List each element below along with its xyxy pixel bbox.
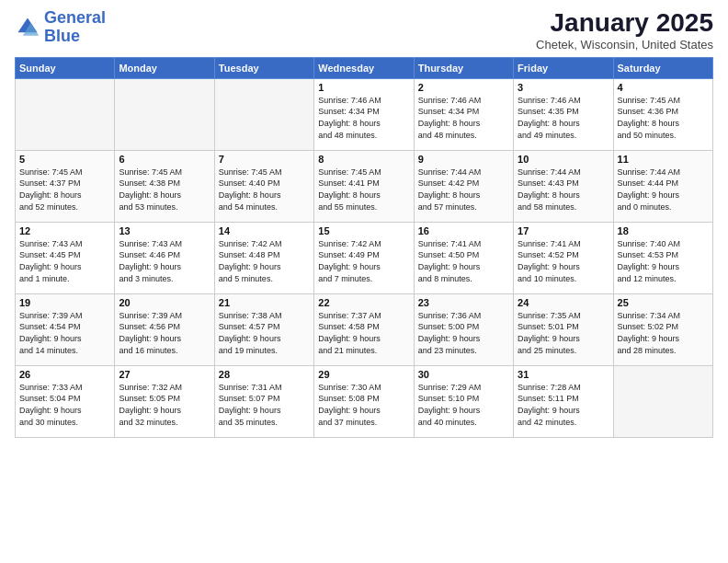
day-info: Sunrise: 7:39 AM Sunset: 4:56 PM Dayligh… <box>119 310 210 356</box>
day-info: Sunrise: 7:31 AM Sunset: 5:07 PM Dayligh… <box>219 382 310 428</box>
weekday-saturday: Saturday <box>613 57 712 78</box>
day-info: Sunrise: 7:44 AM Sunset: 4:43 PM Dayligh… <box>518 167 609 213</box>
day-cell: 13Sunrise: 7:43 AM Sunset: 4:46 PM Dayli… <box>115 222 214 293</box>
day-cell: 5Sunrise: 7:45 AM Sunset: 4:37 PM Daylig… <box>16 150 115 222</box>
day-number: 5 <box>19 154 110 165</box>
day-info: Sunrise: 7:38 AM Sunset: 4:57 PM Dayligh… <box>219 310 310 356</box>
day-cell: 7Sunrise: 7:45 AM Sunset: 4:40 PM Daylig… <box>214 150 313 222</box>
day-cell: 10Sunrise: 7:44 AM Sunset: 4:43 PM Dayli… <box>514 150 613 222</box>
day-info: Sunrise: 7:44 AM Sunset: 4:44 PM Dayligh… <box>618 167 709 213</box>
day-info: Sunrise: 7:33 AM Sunset: 5:04 PM Dayligh… <box>19 382 110 428</box>
day-number: 3 <box>518 82 609 93</box>
day-info: Sunrise: 7:32 AM Sunset: 5:05 PM Dayligh… <box>119 382 210 428</box>
day-cell: 2Sunrise: 7:46 AM Sunset: 4:34 PM Daylig… <box>414 78 513 150</box>
day-info: Sunrise: 7:36 AM Sunset: 5:00 PM Dayligh… <box>418 310 509 356</box>
day-number: 13 <box>119 225 210 236</box>
week-row-5: 26Sunrise: 7:33 AM Sunset: 5:04 PM Dayli… <box>16 365 713 437</box>
day-number: 4 <box>618 82 709 93</box>
weekday-wednesday: Wednesday <box>314 57 414 78</box>
weekday-friday: Friday <box>514 57 613 78</box>
day-cell: 9Sunrise: 7:44 AM Sunset: 4:42 PM Daylig… <box>414 150 513 222</box>
day-info: Sunrise: 7:45 AM Sunset: 4:37 PM Dayligh… <box>19 167 110 213</box>
day-cell: 30Sunrise: 7:29 AM Sunset: 5:10 PM Dayli… <box>414 365 513 437</box>
day-cell <box>16 78 115 150</box>
weekday-tuesday: Tuesday <box>214 57 313 78</box>
day-info: Sunrise: 7:45 AM Sunset: 4:36 PM Dayligh… <box>618 95 709 141</box>
day-info: Sunrise: 7:44 AM Sunset: 4:42 PM Dayligh… <box>418 167 509 213</box>
day-cell: 20Sunrise: 7:39 AM Sunset: 4:56 PM Dayli… <box>115 293 214 365</box>
week-row-3: 12Sunrise: 7:43 AM Sunset: 4:45 PM Dayli… <box>16 222 713 293</box>
day-info: Sunrise: 7:45 AM Sunset: 4:38 PM Dayligh… <box>119 167 210 213</box>
day-number: 17 <box>518 225 609 236</box>
logo-line1: General <box>44 8 106 27</box>
day-number: 29 <box>318 369 409 380</box>
day-number: 18 <box>618 225 709 236</box>
day-cell: 1Sunrise: 7:46 AM Sunset: 4:34 PM Daylig… <box>314 78 414 150</box>
week-row-1: 1Sunrise: 7:46 AM Sunset: 4:34 PM Daylig… <box>16 78 713 150</box>
day-cell <box>214 78 313 150</box>
day-info: Sunrise: 7:42 AM Sunset: 4:48 PM Dayligh… <box>219 238 310 284</box>
day-info: Sunrise: 7:35 AM Sunset: 5:01 PM Dayligh… <box>518 310 609 356</box>
day-info: Sunrise: 7:28 AM Sunset: 5:11 PM Dayligh… <box>518 382 609 428</box>
title-block: January 2025 Chetek, Wisconsin, United S… <box>536 9 713 52</box>
day-info: Sunrise: 7:40 AM Sunset: 4:53 PM Dayligh… <box>618 238 709 284</box>
day-info: Sunrise: 7:45 AM Sunset: 4:41 PM Dayligh… <box>318 167 409 213</box>
day-info: Sunrise: 7:42 AM Sunset: 4:49 PM Dayligh… <box>318 238 409 284</box>
calendar-title: January 2025 <box>536 9 713 38</box>
day-cell: 31Sunrise: 7:28 AM Sunset: 5:11 PM Dayli… <box>514 365 613 437</box>
day-cell: 26Sunrise: 7:33 AM Sunset: 5:04 PM Dayli… <box>16 365 115 437</box>
weekday-monday: Monday <box>115 57 214 78</box>
logo-icon <box>15 15 40 40</box>
day-cell: 27Sunrise: 7:32 AM Sunset: 5:05 PM Dayli… <box>115 365 214 437</box>
day-info: Sunrise: 7:29 AM Sunset: 5:10 PM Dayligh… <box>418 382 509 428</box>
week-row-2: 5Sunrise: 7:45 AM Sunset: 4:37 PM Daylig… <box>16 150 713 222</box>
day-cell: 12Sunrise: 7:43 AM Sunset: 4:45 PM Dayli… <box>16 222 115 293</box>
day-info: Sunrise: 7:43 AM Sunset: 4:45 PM Dayligh… <box>19 238 110 284</box>
day-info: Sunrise: 7:46 AM Sunset: 4:34 PM Dayligh… <box>318 95 409 141</box>
day-number: 23 <box>418 297 509 308</box>
day-cell: 3Sunrise: 7:46 AM Sunset: 4:35 PM Daylig… <box>514 78 613 150</box>
day-cell: 28Sunrise: 7:31 AM Sunset: 5:07 PM Dayli… <box>214 365 313 437</box>
day-cell: 25Sunrise: 7:34 AM Sunset: 5:02 PM Dayli… <box>613 293 712 365</box>
day-number: 28 <box>219 369 310 380</box>
day-number: 7 <box>219 154 310 165</box>
day-info: Sunrise: 7:46 AM Sunset: 4:34 PM Dayligh… <box>418 95 509 141</box>
day-cell: 29Sunrise: 7:30 AM Sunset: 5:08 PM Dayli… <box>314 365 414 437</box>
day-cell: 18Sunrise: 7:40 AM Sunset: 4:53 PM Dayli… <box>613 222 712 293</box>
day-info: Sunrise: 7:43 AM Sunset: 4:46 PM Dayligh… <box>119 238 210 284</box>
day-info: Sunrise: 7:39 AM Sunset: 4:54 PM Dayligh… <box>19 310 110 356</box>
day-number: 12 <box>19 225 110 236</box>
logo-line2: Blue <box>44 27 80 45</box>
day-cell: 4Sunrise: 7:45 AM Sunset: 4:36 PM Daylig… <box>613 78 712 150</box>
day-number: 24 <box>518 297 609 308</box>
day-cell: 8Sunrise: 7:45 AM Sunset: 4:41 PM Daylig… <box>314 150 414 222</box>
day-info: Sunrise: 7:46 AM Sunset: 4:35 PM Dayligh… <box>518 95 609 141</box>
day-info: Sunrise: 7:45 AM Sunset: 4:40 PM Dayligh… <box>219 167 310 213</box>
day-number: 26 <box>19 369 110 380</box>
day-cell: 11Sunrise: 7:44 AM Sunset: 4:44 PM Dayli… <box>613 150 712 222</box>
day-number: 21 <box>219 297 310 308</box>
day-number: 10 <box>518 154 609 165</box>
day-info: Sunrise: 7:34 AM Sunset: 5:02 PM Dayligh… <box>618 310 709 356</box>
day-info: Sunrise: 7:30 AM Sunset: 5:08 PM Dayligh… <box>318 382 409 428</box>
day-number: 2 <box>418 82 509 93</box>
day-cell: 17Sunrise: 7:41 AM Sunset: 4:52 PM Dayli… <box>514 222 613 293</box>
day-number: 15 <box>318 225 409 236</box>
day-info: Sunrise: 7:37 AM Sunset: 4:58 PM Dayligh… <box>318 310 409 356</box>
calendar-table: SundayMondayTuesdayWednesdayThursdayFrid… <box>15 57 713 438</box>
day-cell: 19Sunrise: 7:39 AM Sunset: 4:54 PM Dayli… <box>16 293 115 365</box>
week-row-4: 19Sunrise: 7:39 AM Sunset: 4:54 PM Dayli… <box>16 293 713 365</box>
day-number: 8 <box>318 154 409 165</box>
weekday-sunday: Sunday <box>16 57 115 78</box>
day-cell: 15Sunrise: 7:42 AM Sunset: 4:49 PM Dayli… <box>314 222 414 293</box>
day-number: 9 <box>418 154 509 165</box>
day-number: 22 <box>318 297 409 308</box>
weekday-header-row: SundayMondayTuesdayWednesdayThursdayFrid… <box>16 57 713 78</box>
day-info: Sunrise: 7:41 AM Sunset: 4:52 PM Dayligh… <box>518 238 609 284</box>
day-cell: 14Sunrise: 7:42 AM Sunset: 4:48 PM Dayli… <box>214 222 313 293</box>
day-number: 30 <box>418 369 509 380</box>
day-cell: 6Sunrise: 7:45 AM Sunset: 4:38 PM Daylig… <box>115 150 214 222</box>
day-number: 25 <box>618 297 709 308</box>
day-number: 31 <box>518 369 609 380</box>
day-number: 14 <box>219 225 310 236</box>
